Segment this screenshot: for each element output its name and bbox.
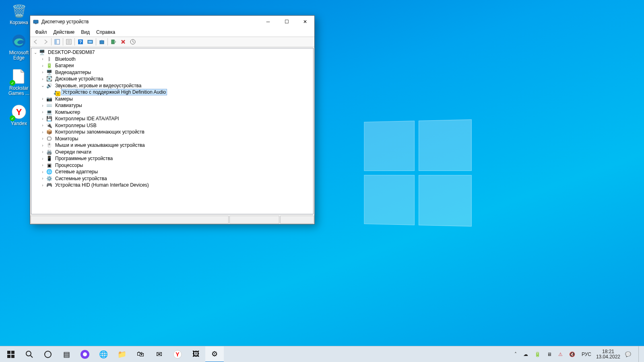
camera-icon: 📷 <box>46 96 52 102</box>
maximize-button[interactable]: ☐ <box>277 16 296 28</box>
taskbar-widgets-button[interactable]: ▤ <box>57 346 76 362</box>
network-warning-icon[interactable]: ⚠ <box>557 351 564 358</box>
tree-item[interactable]: ›🖨️Очереди печати <box>31 149 313 156</box>
monitor-icon: 🖵 <box>46 136 52 142</box>
tree-item[interactable]: ›🖵Мониторы <box>31 136 313 142</box>
app-icon <box>33 19 39 25</box>
expand-icon[interactable]: › <box>40 156 45 161</box>
tree-item[interactable]: ›⚙️Системные устройства <box>31 175 313 182</box>
tree-item[interactable]: ›🖱️Мыши и иные указывающие устройства <box>31 142 313 149</box>
taskbar-device-manager-button[interactable]: ⚙ <box>205 346 224 362</box>
show-desktop-button[interactable] <box>638 346 641 362</box>
tree-item[interactable]: ›📱Программные устройства <box>31 155 313 162</box>
svg-line-23 <box>31 356 33 358</box>
tree-item[interactable]: ⌄🖥️DESKTOP-DE9DM87 <box>31 49 313 56</box>
tree-item[interactable]: ›🖥️Видеоадаптеры <box>31 69 313 76</box>
tree-item[interactable]: ›💻Компьютер <box>31 109 313 116</box>
collapse-icon[interactable]: ⌄ <box>40 83 45 88</box>
properties-button[interactable] <box>64 37 74 46</box>
toolbar: ? <box>30 37 314 47</box>
svg-rect-4 <box>35 23 37 24</box>
action-center-icon[interactable]: 💬 <box>623 351 633 358</box>
expand-icon[interactable]: › <box>40 136 45 141</box>
svg-rect-15 <box>100 41 104 44</box>
menu-file[interactable]: Файл <box>32 29 50 36</box>
minimize-button[interactable]: ─ <box>259 16 277 28</box>
display-tray-icon[interactable]: 🖥 <box>545 351 553 358</box>
collapse-icon[interactable]: ⌄ <box>33 50 38 55</box>
expand-icon[interactable]: › <box>40 117 45 121</box>
menu-action[interactable]: Действие <box>50 29 78 36</box>
expand-icon[interactable]: › <box>40 176 45 181</box>
battery-tray-icon[interactable]: 🔋 <box>533 351 542 358</box>
tree-item[interactable]: ›💽Дисковые устройства <box>31 76 313 82</box>
tree-item[interactable]: ›📦Контроллеры запоминающих устройств <box>31 129 313 136</box>
tree-item[interactable]: ›⌨️Клавиатуры <box>31 102 313 109</box>
tree-item-label: Очереди печати <box>54 149 93 155</box>
taskbar-yandex-browser-button[interactable]: Y <box>168 346 187 362</box>
expand-icon[interactable]: › <box>40 183 45 187</box>
hid-icon: 🎮 <box>46 182 52 188</box>
uninstall-device-button[interactable] <box>118 37 128 46</box>
sound-icon: 🔊 <box>46 82 52 89</box>
expand-icon[interactable]: › <box>40 110 45 114</box>
computer-icon: 💻 <box>46 109 52 115</box>
expand-icon[interactable]: › <box>40 163 45 167</box>
tree-item[interactable]: ›🎮Устройства HID (Human Interface Device… <box>31 182 313 189</box>
expand-icon[interactable]: › <box>40 103 45 108</box>
taskbar-explorer-button[interactable]: 📁 <box>113 346 131 362</box>
update-driver-button[interactable] <box>97 37 107 46</box>
tree-item[interactable]: ⌄🔊Звуковые, игровые и видеоустройства <box>31 82 313 89</box>
taskbar-search-button[interactable] <box>20 346 39 362</box>
speaker-icon: 🔈 <box>53 89 60 95</box>
expand-icon[interactable]: › <box>40 97 45 101</box>
menu-view[interactable]: Вид <box>78 29 93 36</box>
taskbar-mail-button[interactable]: ✉ <box>150 346 168 362</box>
tree-item[interactable]: ›📷Камеры <box>31 96 313 103</box>
taskbar-start-button[interactable] <box>2 346 20 362</box>
expand-icon[interactable]: › <box>40 70 45 74</box>
back-button[interactable] <box>31 37 41 46</box>
taskbar-photos-button[interactable]: 🖼 <box>187 346 205 362</box>
expand-icon[interactable]: › <box>40 123 45 128</box>
enable-device-button[interactable] <box>109 37 118 46</box>
statusbar <box>30 215 314 224</box>
language-indicator[interactable]: РУС <box>580 351 593 358</box>
tray-chevron-icon[interactable]: ˄ <box>513 351 518 358</box>
clock[interactable]: 18:21 13.04.2022 <box>596 349 620 360</box>
taskbar-store-button[interactable]: 🛍 <box>131 346 150 362</box>
expand-icon[interactable]: › <box>40 77 45 81</box>
system-device-icon: ⚙️ <box>46 175 52 182</box>
usb-icon: 🔌 <box>46 122 52 129</box>
forward-button[interactable] <box>41 37 50 46</box>
tree-item[interactable]: ›▣Процессоры <box>31 162 313 169</box>
tree-item-label: Мониторы <box>54 136 79 142</box>
onedrive-icon[interactable]: ☁ <box>522 351 530 358</box>
expand-icon[interactable]: › <box>40 130 45 134</box>
more-actions-button[interactable] <box>128 37 138 46</box>
taskbar-alice-button[interactable] <box>76 346 94 362</box>
tree-item-label: DESKTOP-DE9DM87 <box>47 49 96 55</box>
scan-hardware-button[interactable] <box>85 37 95 46</box>
device-tree[interactable]: ⌄🖥️DESKTOP-DE9DM87›ᛒBluetooth›🔋Батареи›🖥… <box>31 48 314 214</box>
expand-icon[interactable]: › <box>40 170 45 174</box>
tree-item[interactable]: ›🔋Батареи <box>31 62 313 69</box>
tree-item[interactable]: ›🌐Сетевые адаптеры <box>31 169 313 175</box>
close-button[interactable]: ✕ <box>296 16 314 28</box>
volume-mute-icon[interactable]: 🔇 <box>568 351 577 358</box>
expand-icon[interactable]: › <box>40 64 45 68</box>
help-button[interactable]: ? <box>76 37 85 46</box>
menu-help[interactable]: Справка <box>93 29 118 36</box>
tree-item-label: Камеры <box>54 96 74 102</box>
taskbar-task-view-button[interactable] <box>39 346 57 362</box>
tree-item[interactable]: ›ᛒBluetooth <box>31 56 313 63</box>
titlebar[interactable]: Диспетчер устройств ─ ☐ ✕ <box>30 16 314 28</box>
tree-item[interactable]: 🔈Устройство с поддержкой High Definition… <box>31 89 313 96</box>
taskbar-edge-button[interactable]: 🌐 <box>94 346 113 362</box>
expand-icon[interactable]: › <box>40 150 45 154</box>
expand-icon[interactable]: › <box>40 57 45 61</box>
expand-icon[interactable]: › <box>40 143 45 148</box>
tree-item[interactable]: ›💾Контроллеры IDE ATA/ATAPI <box>31 115 313 122</box>
show-hide-console-tree-button[interactable] <box>52 37 62 46</box>
tree-item[interactable]: ›🔌Контроллеры USB <box>31 122 313 129</box>
